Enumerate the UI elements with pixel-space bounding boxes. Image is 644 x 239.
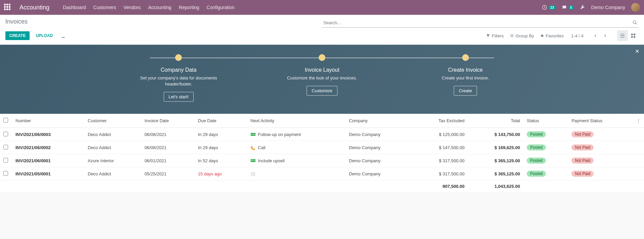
onb-title: Create Invoice bbox=[394, 67, 537, 73]
cell-activity[interactable]: Call bbox=[247, 141, 346, 154]
kanban-view-button[interactable] bbox=[628, 30, 639, 41]
cell-due-date: In 29 days bbox=[195, 141, 247, 154]
clock-icon bbox=[542, 5, 547, 10]
nav-customers[interactable]: Customers bbox=[93, 5, 116, 10]
groupby-button[interactable]: Group By bbox=[510, 33, 534, 38]
cell-number: INV/2021/06/0003 bbox=[12, 128, 84, 141]
upload-button[interactable]: UPLOAD bbox=[32, 31, 57, 40]
pager-prev[interactable] bbox=[591, 31, 600, 40]
control-panel: Invoices CREATE UPLOAD Filters bbox=[0, 15, 644, 45]
debug-tray[interactable] bbox=[580, 5, 585, 10]
row-checkbox[interactable] bbox=[3, 158, 8, 163]
cell-activity[interactable]: Follow-up on payment bbox=[247, 128, 346, 141]
onb-button-start[interactable]: Let's start! bbox=[164, 92, 194, 102]
pager-next[interactable] bbox=[600, 31, 610, 40]
cell-activity[interactable]: Include upsell bbox=[247, 154, 346, 167]
table-header-row: Number Customer Invoice Date Due Date Ne… bbox=[0, 114, 644, 128]
search-options: Filters Group By Favorites bbox=[486, 33, 564, 38]
search-icon[interactable] bbox=[633, 20, 637, 25]
col-status[interactable]: Status bbox=[523, 114, 568, 128]
search-input[interactable] bbox=[322, 18, 639, 28]
chevron-left-icon bbox=[594, 34, 597, 37]
favorites-button[interactable]: Favorites bbox=[540, 33, 564, 38]
messages-tray[interactable]: 5 bbox=[562, 5, 574, 10]
cell-due-date: In 52 days bbox=[195, 154, 247, 167]
filter-icon bbox=[486, 34, 490, 38]
wrench-icon bbox=[580, 5, 585, 10]
col-payment-status[interactable]: Payment Status bbox=[568, 114, 633, 128]
star-icon bbox=[540, 34, 544, 38]
pager-text[interactable]: 1-4 / 4 bbox=[571, 33, 583, 38]
cell-company: Demo Company bbox=[346, 141, 411, 154]
table-row[interactable]: INV/2021/06/0001 Azure Interior 06/01/20… bbox=[0, 154, 644, 167]
onboarding-step-layout: Invoice Layout Customize the look of you… bbox=[250, 54, 394, 102]
nav-configuration[interactable]: Configuration bbox=[207, 5, 235, 10]
onb-title: Invoice Layout bbox=[250, 67, 394, 73]
cell-invoice-date: 05/25/2021 bbox=[141, 167, 195, 180]
list-view-button[interactable] bbox=[617, 30, 628, 41]
col-total[interactable]: Total bbox=[468, 114, 523, 128]
cell-customer: Deco Addict bbox=[84, 128, 141, 141]
col-next-activity[interactable]: Next Activity bbox=[247, 114, 346, 128]
cell-payment-status: Not Paid bbox=[568, 154, 633, 167]
svg-rect-9 bbox=[251, 161, 256, 162]
nav-reporting[interactable]: Reporting bbox=[179, 5, 199, 10]
cell-company: Demo Company bbox=[346, 154, 411, 167]
list-icon bbox=[510, 34, 514, 38]
cell-activity[interactable] bbox=[247, 167, 346, 180]
cp-left: CREATE UPLOAD bbox=[5, 31, 66, 40]
row-checkbox[interactable] bbox=[3, 132, 8, 136]
topbar-right: 23 5 Demo Company bbox=[542, 3, 640, 12]
cell-tax-excluded: $ 147,500.00 bbox=[411, 141, 468, 154]
cell-payment-status: Not Paid bbox=[568, 167, 633, 180]
nav-accounting[interactable]: Accounting bbox=[148, 5, 171, 10]
cell-payment-status: Not Paid bbox=[568, 128, 633, 141]
row-checkbox[interactable] bbox=[3, 145, 8, 149]
col-tax-excluded[interactable]: Tax Excluded bbox=[411, 114, 468, 128]
cell-invoice-date: 06/08/2021 bbox=[141, 128, 195, 141]
footer-tax-excluded: 907,500.00 bbox=[411, 180, 468, 193]
step-dot-icon bbox=[462, 54, 469, 61]
svg-rect-7 bbox=[251, 135, 256, 136]
company-selector[interactable]: Demo Company bbox=[591, 5, 625, 10]
brand-title[interactable]: Accounting bbox=[19, 4, 49, 11]
cp-right: Filters Group By Favorites 1-4 / 4 bbox=[486, 30, 639, 41]
activity-icon bbox=[250, 158, 256, 164]
col-options[interactable]: ⋮ bbox=[633, 114, 644, 128]
col-due-date[interactable]: Due Date bbox=[195, 114, 247, 128]
row-checkbox[interactable] bbox=[3, 171, 8, 176]
svg-rect-3 bbox=[634, 34, 635, 35]
onboarding-close[interactable]: ✕ bbox=[635, 48, 639, 55]
col-company[interactable]: Company bbox=[346, 114, 411, 128]
footer-total: 1,043,625.00 bbox=[468, 180, 523, 193]
nav-dashboard[interactable]: Dashboard bbox=[63, 5, 86, 10]
download-icon[interactable] bbox=[61, 33, 66, 38]
cell-number: INV/2021/05/0001 bbox=[12, 167, 84, 180]
payment-status-badge: Not Paid bbox=[571, 171, 594, 177]
onb-desc: Set your company's data for documents he… bbox=[135, 75, 222, 87]
nav-vendors[interactable]: Vendors bbox=[123, 5, 140, 10]
onboarding-banner: ✕ Company Data Set your company's data f… bbox=[0, 45, 644, 114]
cell-status: Posted bbox=[523, 167, 568, 180]
cell-number: INV/2021/06/0002 bbox=[12, 141, 84, 154]
onb-button-create[interactable]: Create bbox=[454, 86, 477, 96]
status-badge: Posted bbox=[527, 131, 546, 137]
payment-status-badge: Not Paid bbox=[571, 158, 594, 164]
cell-total: $ 365,125.00 bbox=[468, 154, 523, 167]
cell-total: $ 143,750.00 bbox=[468, 128, 523, 141]
select-all-checkbox[interactable] bbox=[3, 118, 8, 123]
status-badge: Posted bbox=[527, 171, 546, 177]
table-row[interactable]: INV/2021/06/0003 Deco Addict 06/08/2021 … bbox=[0, 128, 644, 141]
payment-status-badge: Not Paid bbox=[571, 144, 594, 150]
table-row[interactable]: INV/2021/05/0001 Deco Addict 05/25/2021 … bbox=[0, 167, 644, 180]
create-button[interactable]: CREATE bbox=[5, 31, 30, 40]
col-invoice-date[interactable]: Invoice Date bbox=[141, 114, 195, 128]
col-number[interactable]: Number bbox=[12, 114, 84, 128]
col-customer[interactable]: Customer bbox=[84, 114, 141, 128]
apps-icon[interactable] bbox=[4, 4, 11, 11]
onb-button-customize[interactable]: Customize bbox=[307, 86, 337, 96]
activities-tray[interactable]: 23 bbox=[542, 5, 556, 10]
filters-button[interactable]: Filters bbox=[486, 33, 504, 38]
table-row[interactable]: INV/2021/06/0002 Deco Addict 06/08/2021 … bbox=[0, 141, 644, 154]
user-avatar[interactable] bbox=[631, 3, 640, 12]
